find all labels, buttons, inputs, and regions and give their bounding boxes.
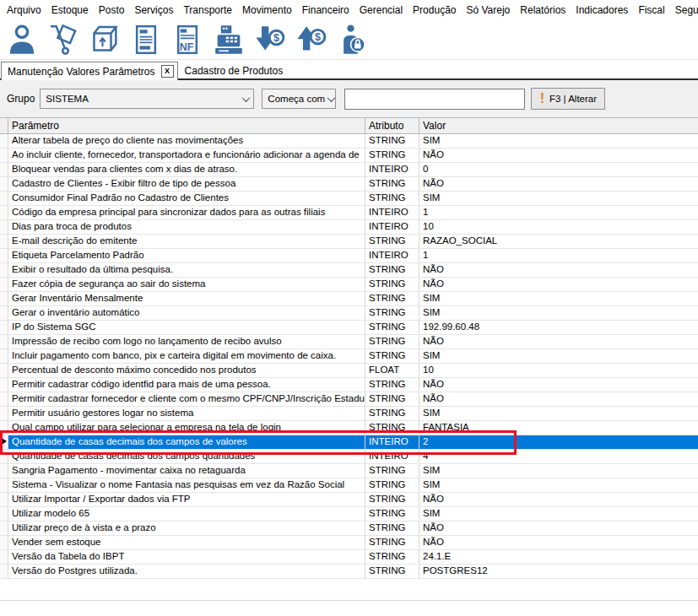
table-row[interactable]: Qual campo utilizar para selecionar a em… [0,421,698,435]
table-row[interactable]: Percentual de desconto máximo concedido … [0,364,698,378]
cash-register-button[interactable] [211,22,246,57]
table-row[interactable]: Versão do Postgres utilizada.STRINGPOSTG… [0,565,698,579]
table-row[interactable]: Utilizar preço de à vista e a prazoSTRIN… [0,521,698,536]
table-row[interactable]: Permitir cadastrar código identfid para … [0,378,698,392]
tab-manutencao-valores-parametros[interactable]: Manutenção Valores Parâmetros X [1,62,178,80]
value-cell: POSTGRES12 [419,565,698,578]
tab-close-icon[interactable]: X [161,65,174,78]
cash-register-icon [212,23,246,57]
param-cell: Bloquear vendas para clientes com x dias… [8,163,365,176]
row-indicator-cell [0,134,8,148]
search-input[interactable] [344,89,525,110]
value-cell: SIM [419,478,698,492]
menu-item-0[interactable]: Arquivo [2,4,46,16]
value-cell: NÃO [419,278,698,291]
menu-item-8[interactable]: Produção [408,4,461,16]
menu-item-9[interactable]: Só Varejo [461,4,515,16]
param-cell: Sistema - Visualizar o nome Fantasia nas… [8,478,365,492]
table-row[interactable]: Permitir cadastrar fornecedor e cliente … [0,392,698,407]
row-indicator-cell [0,478,8,492]
menu-item-6[interactable]: Financeiro [297,4,354,16]
table-row[interactable]: Etiqueta Parcelamento PadrãoINTEIRO1 [0,249,698,263]
table-row[interactable]: Utilizar Importar / Exportar dados via F… [0,493,698,507]
table-row[interactable]: Versão da Tabela do IBPTSTRING24.1.E [0,550,698,565]
table-row[interactable]: Cadastro de Clientes - Exibir filtro de … [0,177,698,192]
table-row[interactable]: Sistema - Visualizar o nome Fantasia nas… [0,478,698,493]
column-header-valor[interactable]: Valor [419,118,698,133]
invoice-icon [129,23,163,57]
delivery-button[interactable] [46,22,81,57]
products-button[interactable] [87,22,122,57]
selected-row-arrow-icon [2,438,7,445]
table-row[interactable]: Incluir pagamento com banco, pix e carte… [0,349,698,364]
value-cell: SIM [419,134,698,148]
attr-cell: STRING [365,134,419,148]
table-row[interactable]: Vender sem estoqueSTRINGNÃO [0,536,698,550]
table-row[interactable]: Dias para troca de produtosINTEIRO10 [0,220,698,235]
menu-item-3[interactable]: Serviços [129,4,178,16]
nf-button[interactable]: NF [170,22,205,57]
attr-cell: STRING [365,306,419,320]
value-cell: NÃO [419,335,698,349]
table-row[interactable]: Fazer cópia de segurança ao sair do sist… [0,278,698,292]
menu-item-2[interactable]: Posto [94,4,130,16]
value-cell: 24.1.E [419,550,698,564]
table-row[interactable]: Gerar o inventário automáticoSTRINGSIM [0,306,698,321]
table-row[interactable]: Gerar Inventário MensalmenteSTRINGSIM [0,292,698,306]
customer-button[interactable] [4,22,40,57]
value-cell: RAZAO_SOCIAL [419,235,698,248]
param-cell: E-mail descrição do emitente [8,235,365,248]
attr-cell: STRING [365,478,419,492]
menu-item-7[interactable]: Gerencial [354,4,408,16]
invoice-button[interactable] [128,22,164,57]
table-row[interactable]: Permitir usuário gestores logar no siste… [0,407,698,421]
nf-invoice-icon: NF [170,23,204,57]
table-row[interactable]: Utilizar modelo 65STRINGSIM [0,507,698,521]
table-row[interactable]: Ao incluir cliente, fornecedor, transpor… [0,149,698,163]
table-row[interactable]: Exibir o resultado da última pesquisa.ST… [0,263,698,278]
table-row[interactable]: Consumidor Final Padrão no Cadastro de C… [0,192,698,206]
menu-item-12[interactable]: Fiscal [633,4,669,16]
param-cell: Quantidade de casas decimais dos campos … [8,435,365,449]
param-cell: Exibir o resultado da última pesquisa. [8,263,365,277]
menu-item-4[interactable]: Transporte [178,4,237,16]
attr-cell: STRING [365,407,419,420]
menu-item-11[interactable]: Indicadores [571,4,633,16]
value-cell: NÃO [419,392,698,406]
menu-item-1[interactable]: Estoque [46,4,94,16]
menu-item-5[interactable]: Movimento [237,4,297,16]
table-row[interactable]: Quantidade de casas decimais dos campos … [0,450,698,464]
tab-cadastro-de-produtos[interactable]: Cadastro de Produtos [178,62,290,80]
match-mode-select[interactable]: Começa com [262,89,336,109]
row-indicator-cell [0,163,8,176]
attr-cell: STRING [365,235,419,248]
user-icon [5,23,39,57]
money-in-button[interactable]: $ [252,22,288,57]
table-row[interactable]: Sangria Pagamento - movimentar caixa no … [0,464,698,478]
package-icon [88,23,122,57]
menu-item-13[interactable]: Segurança [670,4,698,16]
table-row[interactable]: Quantidade de casas decimais dos campos … [0,435,698,450]
value-cell: 1 [419,206,698,219]
column-header-atributo[interactable]: Atributo [365,118,419,133]
table-row[interactable]: Código da empresa principal para sincron… [0,206,698,220]
column-header-parametro[interactable]: Parâmetro [8,118,365,133]
svg-text:$: $ [273,32,279,44]
table-row[interactable]: E-mail descrição do emitenteSTRINGRAZAO_… [0,235,698,249]
money-out-button[interactable]: $ [294,22,329,57]
attr-cell: INTEIRO [365,450,419,463]
group-select[interactable]: SISTEMA [40,89,254,109]
table-row[interactable]: Bloquear vendas para clientes com x dias… [0,163,698,177]
menu-item-10[interactable]: Relatórios [515,4,571,16]
table-row[interactable]: IP do Sistema SGCSTRING192.99.60.48 [0,321,698,335]
value-cell: 2 [419,435,698,449]
f3-alterar-button[interactable]: ! F3 | Alterar [531,88,605,110]
grid-body: Alterar tabela de preço do cliente nas m… [0,134,698,601]
table-row[interactable]: Impressão de recibo com logo no lançamen… [0,335,698,349]
user-security-button[interactable] [335,22,371,57]
row-indicator-cell [0,565,8,578]
table-row[interactable]: Alterar tabela de preço do cliente nas m… [0,134,698,149]
row-indicator-cell [0,249,8,262]
attr-cell: STRING [365,464,419,478]
indicator-column-header [0,118,8,133]
